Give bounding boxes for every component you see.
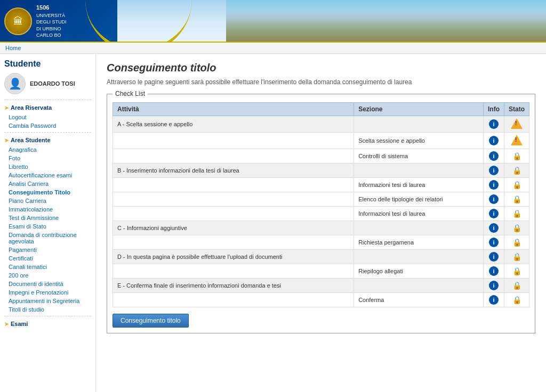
table-row: E - Conferma finale di inserimento infor… [113,279,529,293]
sidebar: Studente 👤 EDOARDO TOSI ➤ Area Riservata… [0,54,96,392]
cell-sezione [354,250,484,264]
cell-sezione: Elenco delle tipologie dei relatori [354,192,484,207]
sidebar-item-immatricolazione[interactable]: Immatricolazione [4,205,91,214]
info-icon[interactable]: i [489,295,499,305]
cell-stato[interactable]: ! [504,133,529,149]
cell-info[interactable]: i [484,178,504,192]
sidebar-item-cambia-password[interactable]: Cambia Password [4,121,91,130]
cell-info[interactable]: i [484,221,504,235]
cell-info[interactable]: i [484,207,504,221]
sidebar-item-piano-carriera[interactable]: Piano Carriera [4,197,91,205]
cell-stato[interactable]: 🔒 [504,149,529,164]
info-icon[interactable]: i [489,194,499,204]
warning-icon[interactable]: ! [511,135,523,145]
sidebar-item-200-ore[interactable]: 200 ore [4,271,91,280]
sidebar-item-certificati[interactable]: Certificati [4,254,91,263]
info-icon[interactable]: i [489,281,499,290]
sidebar-student-section-title: Studente [4,59,91,69]
cell-info[interactable]: i [484,279,504,293]
table-row: Confermai🔒 [113,293,529,307]
logo-emblem: 🏛 [4,7,32,35]
page-title: Conseguimento titolo [107,62,535,74]
cell-stato[interactable]: 🔒 [504,293,529,307]
cell-stato[interactable]: 🔒 [504,235,529,250]
info-icon[interactable]: i [489,136,499,145]
lock-icon: 🔒 [512,209,521,218]
cell-attivita: B - Inserimento informazioni della tesi … [113,164,354,178]
cell-attivita: E - Conferma finale di inserimento infor… [113,279,354,293]
sidebar-item-logout[interactable]: Logout [4,113,91,121]
cell-info[interactable]: i [484,116,504,133]
sidebar-item-conseguimento-titolo[interactable]: Conseguimento Titolo [4,188,91,197]
arrow-icon: ➤ [4,105,9,111]
cell-attivita [113,133,354,149]
sidebar-item-analisi-carriera[interactable]: Analisi Carriera [4,179,91,188]
cell-sezione: Informazioni tesi di laurea [354,178,484,192]
arrow-icon-2: ➤ [4,137,9,143]
logo-icon: 🏛 [13,16,23,27]
page-header: 🏛 1506 UNIVERSITÀ DEGLI STUDI DI URBINO … [0,0,546,43]
sidebar-esami-title: ➤ Esami [4,321,91,327]
table-row: C - Informazioni aggiuntivei🔒 [113,221,529,235]
lock-icon: 🔒 [512,151,521,161]
info-icon[interactable]: i [489,119,499,129]
lock-icon: 🔒 [512,266,521,276]
sidebar-item-pagamenti[interactable]: Pagamenti [4,246,91,254]
cell-info[interactable]: i [484,235,504,250]
cell-stato[interactable]: 🔒 [504,279,529,293]
info-icon[interactable]: i [489,166,499,175]
cell-attivita [113,192,354,207]
cell-info[interactable]: i [484,164,504,178]
breadcrumb-home[interactable]: Home [5,45,21,51]
cell-stato[interactable]: 🔒 [504,264,529,279]
info-icon[interactable]: i [489,180,499,190]
cell-stato[interactable]: 🔒 [504,164,529,178]
warning-icon[interactable]: ! [511,118,523,129]
info-icon[interactable]: i [489,151,499,161]
cell-sezione [354,279,484,293]
logo-text: 1506 UNIVERSITÀ DEGLI STUDI DI URBINO CA… [36,4,67,39]
sidebar-item-libretto[interactable]: Libretto [4,162,91,171]
sidebar-item-esami-stato[interactable]: Esami di Stato [4,222,91,231]
conseguimento-titolo-button[interactable]: Conseguimento titolo [113,314,189,328]
cell-info[interactable]: i [484,133,504,149]
info-icon[interactable]: i [489,238,499,247]
cell-stato[interactable]: 🔒 [504,221,529,235]
sidebar-item-domanda-contribuzione[interactable]: Domanda di contribuzione agevolata [4,231,91,246]
sidebar-item-impegni-prenotazioni[interactable]: Impegni e Prenotazioni [4,288,91,297]
cell-info[interactable]: i [484,192,504,207]
cell-attivita [113,293,354,307]
cell-info[interactable]: i [484,264,504,279]
sidebar-item-documenti-identita[interactable]: Documenti di identità [4,280,91,288]
sidebar-item-test-ammissione[interactable]: Test di Ammissione [4,214,91,222]
sidebar-item-appuntamenti[interactable]: Appuntamenti in Segreteria [4,297,91,305]
info-icon[interactable]: i [489,266,499,276]
cell-info[interactable]: i [484,293,504,307]
sidebar-item-autocertificazione[interactable]: Autocertificazione esami [4,171,91,179]
building-silhouette [226,11,546,43]
cell-stato[interactable]: 🔒 [504,250,529,264]
table-row: Informazioni tesi di laureai🔒 [113,207,529,221]
table-row: Elenco delle tipologie dei relatorii🔒 [113,192,529,207]
cell-attivita [113,178,354,192]
cell-info[interactable]: i [484,250,504,264]
table-row: Richiesta pergamenai🔒 [113,235,529,250]
student-profile: 👤 EDOARDO TOSI [4,73,91,94]
sidebar-item-canali-tematici[interactable]: Canali tematici [4,263,91,271]
col-info: Info [484,103,504,116]
info-icon[interactable]: i [489,223,499,233]
info-icon[interactable]: i [489,209,499,218]
sidebar-item-foto[interactable]: Foto [4,154,91,162]
cell-attivita [113,149,354,164]
cell-stato[interactable]: 🔒 [504,192,529,207]
cell-attivita [113,264,354,279]
sidebar-item-anagrafica[interactable]: Anagrafica [4,145,91,154]
sidebar-area-riservata-title: ➤ Area Riservata [4,104,91,111]
sidebar-item-titoli-studio[interactable]: Titoli di studio [4,305,91,314]
cell-stato[interactable]: 🔒 [504,178,529,192]
cell-stato[interactable]: 🔒 [504,207,529,221]
info-icon[interactable]: i [489,252,499,262]
cell-info[interactable]: i [484,149,504,164]
cell-stato[interactable]: ! [504,116,529,133]
cell-sezione: Richiesta pergamena [354,235,484,250]
